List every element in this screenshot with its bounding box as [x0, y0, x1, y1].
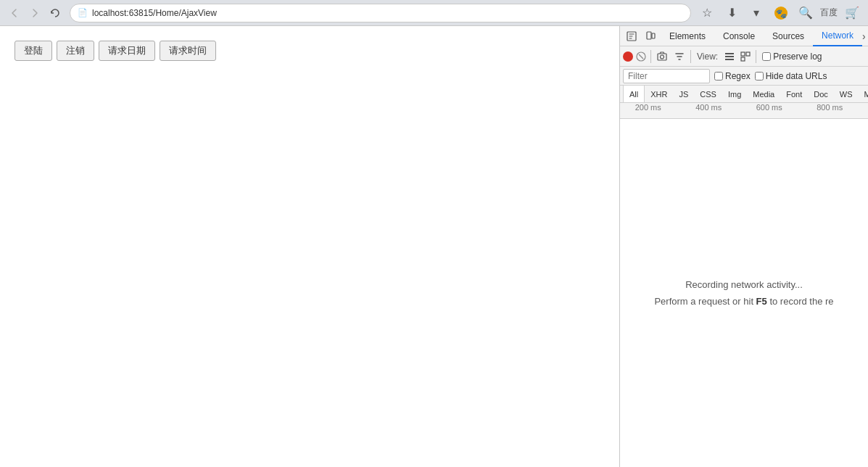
address-bar[interactable]: 📄 localhost:63815/Home/AjaxView [70, 4, 691, 22]
preserve-log-area: Preserve log [762, 51, 822, 62]
resource-tab-all[interactable]: All [623, 86, 645, 103]
svg-point-8 [661, 55, 664, 59]
logout-button[interactable]: 注销 [57, 41, 94, 61]
login-button[interactable]: 登陆 [15, 41, 52, 61]
devtools-panel: Elements Console Sources Network » View: [620, 26, 868, 467]
main-area: 登陆 注销 请求日期 请求时间 Elements Console Sources… [0, 26, 868, 467]
svg-text:🐾: 🐾 [776, 8, 787, 19]
refresh-button[interactable] [46, 4, 64, 22]
profile-button[interactable]: 🐾 [771, 3, 791, 23]
svg-rect-13 [746, 52, 750, 56]
url-text: localhost:63815/Home/AjaxView [92, 8, 217, 18]
camera-button[interactable] [654, 49, 670, 65]
clear-button[interactable] [635, 50, 648, 63]
svg-rect-12 [741, 52, 745, 56]
svg-line-6 [639, 54, 643, 59]
resource-tab-doc[interactable]: Doc [808, 86, 834, 103]
resource-tab-img[interactable]: Img [722, 86, 747, 103]
resource-tab-xhr[interactable]: XHR [645, 86, 673, 103]
regex-checkbox[interactable] [714, 72, 723, 80]
svg-rect-4 [652, 33, 655, 38]
tab-elements[interactable]: Elements [661, 26, 714, 46]
hide-data-urls-label: Hide data URLs [766, 71, 827, 81]
devtools-toolbar: Elements Console Sources Network » [620, 26, 868, 46]
group-view-button[interactable] [738, 49, 753, 64]
page-icon: 📄 [78, 8, 88, 17]
browser-chrome: 📄 localhost:63815/Home/AjaxView ☆ ⬇ ▾ 🐾 … [0, 0, 868, 26]
baidu-label: 百度 [820, 7, 838, 19]
devtools-tabs: Elements Console Sources Network » [661, 26, 865, 46]
network-content: Recording network activity... Perform a … [620, 119, 868, 467]
inspect-element-button[interactable] [623, 28, 640, 45]
filter-input[interactable] [623, 69, 710, 83]
page-buttons: 登陆 注销 请求日期 请求时间 [15, 41, 605, 61]
tab-sources[interactable]: Sources [764, 26, 813, 46]
resource-tab-js[interactable]: JS [673, 86, 694, 103]
preserve-log-checkbox[interactable] [762, 52, 771, 61]
regex-label: Regex [725, 71, 751, 81]
svg-rect-9 [725, 53, 734, 54]
filter-button[interactable] [671, 49, 687, 65]
timeline-600ms: 600 ms [756, 103, 782, 112]
resource-tab-media[interactable]: Media [747, 86, 780, 103]
hide-data-urls-group: Hide data URLs [755, 71, 827, 81]
timeline-header: 200 ms 400 ms 600 ms 800 ms [620, 103, 868, 119]
separator-1 [650, 50, 651, 63]
tab-console[interactable]: Console [714, 26, 764, 46]
separator-2 [690, 50, 691, 63]
record-button[interactable] [623, 51, 633, 62]
svg-rect-3 [647, 32, 651, 39]
timeline-800ms: 800 ms [817, 103, 843, 112]
hide-data-urls-checkbox[interactable] [755, 72, 764, 80]
more-tabs-button[interactable]: » [862, 26, 865, 46]
view-label: View: [694, 51, 721, 62]
recording-line1: Recording network activity... [654, 276, 833, 293]
timeline-400ms: 400 ms [695, 103, 722, 112]
search-button[interactable]: 🔍 [795, 3, 816, 23]
list-view-button[interactable] [722, 49, 737, 64]
history-dropdown[interactable]: ▾ [746, 3, 766, 23]
svg-rect-10 [725, 56, 734, 57]
resource-tabs: All XHR JS CSS Img Media Font Doc WS Man… [620, 86, 868, 103]
timeline-200ms: 200 ms [635, 103, 661, 112]
browser-actions: ☆ ⬇ ▾ 🐾 🔍 百度 🛒 [697, 3, 862, 23]
resource-tab-css[interactable]: CSS [694, 86, 722, 103]
extensions-button[interactable]: 🛒 [842, 3, 862, 23]
preserve-log-label: Preserve log [773, 51, 822, 62]
tab-network[interactable]: Network [813, 26, 862, 46]
recording-line2: Perform a request or hit F5 to record th… [654, 293, 833, 310]
resource-tab-font[interactable]: Font [780, 86, 808, 103]
separator-3 [756, 50, 756, 63]
request-time-button[interactable]: 请求时间 [160, 41, 216, 61]
resource-tab-ws[interactable]: WS [834, 86, 859, 103]
regex-group: Regex [714, 71, 751, 81]
network-toolbar: View: Preserve log [620, 46, 868, 67]
back-button[interactable] [6, 4, 23, 22]
svg-rect-14 [741, 57, 745, 61]
svg-rect-7 [658, 54, 666, 60]
forward-button[interactable] [26, 4, 44, 22]
svg-rect-11 [725, 59, 734, 60]
request-date-button[interactable]: 请求日期 [99, 41, 155, 61]
filter-bar: Regex Hide data URLs [620, 67, 868, 86]
device-toolbar-button[interactable] [642, 28, 659, 45]
page-content: 登陆 注销 请求日期 请求时间 [0, 26, 620, 467]
download-button[interactable]: ⬇ [722, 3, 742, 23]
recording-message: Recording network activity... Perform a … [654, 276, 833, 310]
bookmark-button[interactable]: ☆ [697, 3, 717, 23]
nav-buttons [6, 4, 64, 22]
resource-tab-manifest[interactable]: Manifest [859, 86, 868, 103]
